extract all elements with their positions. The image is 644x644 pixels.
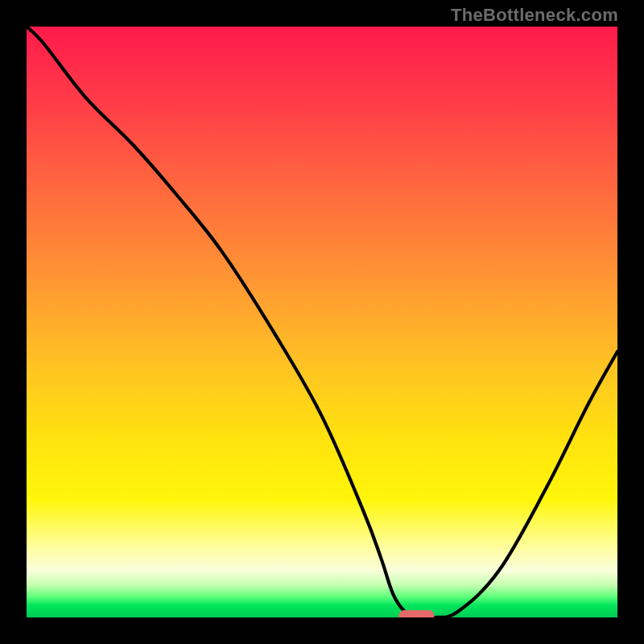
curve-layer — [27, 27, 617, 617]
bottleneck-curve — [27, 27, 617, 617]
curve-path — [27, 27, 617, 617]
plot-area — [27, 27, 617, 617]
optimal-marker — [398, 610, 434, 617]
watermark-text: TheBottleneck.com — [451, 5, 618, 26]
chart-frame: TheBottleneck.com — [0, 0, 644, 644]
optimal-marker-pill — [398, 610, 434, 617]
